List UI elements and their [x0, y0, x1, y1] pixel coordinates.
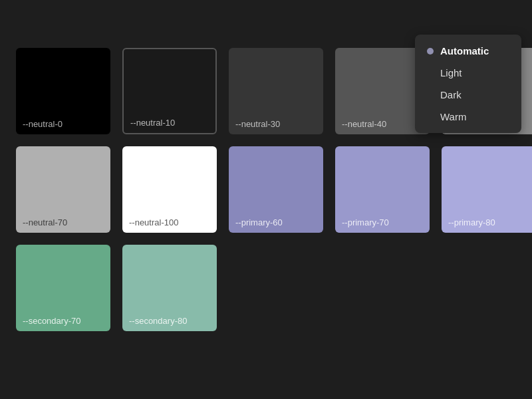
- swatch-neutral100[interactable]: --neutral-100: [122, 146, 217, 233]
- dropdown-item-label: Dark: [440, 89, 462, 100]
- swatch-neutral30[interactable]: --neutral-30: [229, 48, 323, 134]
- header: [0, 0, 532, 40]
- swatch-neutral10[interactable]: --neutral-10: [122, 48, 217, 134]
- dropdown-item-automatic[interactable]: Automatic: [415, 40, 521, 62]
- dropdown-dot-icon: [427, 92, 434, 98]
- swatch-primary70[interactable]: --primary-70: [335, 146, 430, 233]
- swatch-label: --neutral-70: [23, 217, 67, 227]
- swatch-label: --primary-70: [342, 217, 389, 227]
- swatch-label: --neutral-10: [130, 118, 175, 128]
- swatch-primary80[interactable]: --primary-80: [442, 146, 532, 233]
- swatch-neutral70[interactable]: --neutral-70: [16, 146, 110, 233]
- swatch-label: --primary-60: [235, 217, 283, 227]
- theme-dropdown: AutomaticLightDarkWarm: [415, 35, 521, 133]
- swatch-primary60[interactable]: --primary-60: [229, 146, 323, 233]
- dropdown-dot-icon: [427, 48, 434, 55]
- swatch-label: --secondary-70: [23, 316, 80, 326]
- dropdown-item-warm[interactable]: Warm: [415, 106, 521, 128]
- dropdown-dot-icon: [427, 114, 434, 120]
- swatch-row-2: --secondary-70--secondary-80: [16, 245, 516, 331]
- swatch-secondary70[interactable]: --secondary-70: [16, 245, 110, 331]
- dropdown-item-label: Warm: [440, 111, 466, 122]
- swatch-secondary80[interactable]: --secondary-80: [122, 245, 217, 331]
- theme-toggle-button[interactable]: [492, 11, 516, 35]
- swatch-label: --primary-80: [448, 217, 495, 227]
- dropdown-item-light[interactable]: Light: [415, 62, 521, 84]
- swatch-label: --neutral-0: [23, 119, 63, 129]
- swatch-row-1: --neutral-70--neutral-100--primary-60--p…: [16, 146, 516, 233]
- swatch-label: --neutral-40: [342, 119, 386, 129]
- swatch-label: --neutral-30: [235, 119, 280, 129]
- dropdown-item-label: Light: [440, 67, 462, 78]
- swatch-neutral0[interactable]: --neutral-0: [16, 48, 110, 134]
- dropdown-item-dark[interactable]: Dark: [415, 84, 521, 106]
- swatch-label: --neutral-100: [129, 217, 178, 227]
- swatch-label: --secondary-80: [129, 316, 187, 326]
- dropdown-dot-icon: [427, 70, 434, 76]
- dropdown-item-label: Automatic: [440, 45, 489, 57]
